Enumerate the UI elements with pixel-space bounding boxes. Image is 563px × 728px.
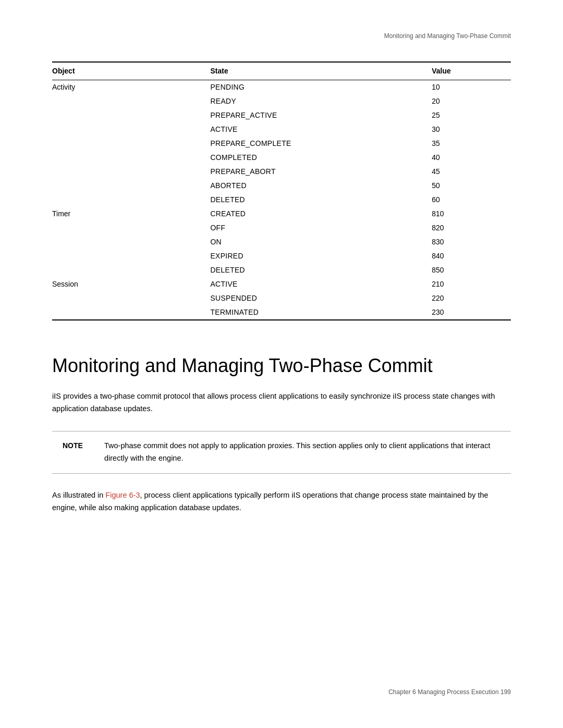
- cell-state: DELETED: [210, 193, 432, 207]
- table-row: ABORTED50: [52, 179, 511, 193]
- cell-state: ON: [210, 235, 432, 249]
- cell-value: 20: [432, 94, 511, 108]
- col-state: State: [210, 62, 432, 80]
- table-header-row: Object State Value: [52, 62, 511, 80]
- cell-state: TERMINATED: [210, 305, 432, 320]
- table-row: PREPARE_ACTIVE25: [52, 108, 511, 122]
- cell-object: [52, 263, 210, 277]
- cell-state: PREPARE_ACTIVE: [210, 108, 432, 122]
- table-row: SessionACTIVE210: [52, 277, 511, 291]
- cell-value: 850: [432, 263, 511, 277]
- page-header: Monitoring and Managing Two-Phase Commit: [52, 31, 511, 41]
- cell-state: READY: [210, 94, 432, 108]
- table-row: DELETED60: [52, 193, 511, 207]
- intro-text: iIS provides a two-phase commit protocol…: [52, 390, 511, 415]
- cell-value: 50: [432, 179, 511, 193]
- figure-link[interactable]: Figure 6-3: [105, 491, 140, 499]
- cell-value: 40: [432, 151, 511, 165]
- cell-value: 230: [432, 305, 511, 320]
- table-row: PREPARE_COMPLETE35: [52, 137, 511, 151]
- cell-object: [52, 94, 210, 108]
- cell-state: OFF: [210, 221, 432, 235]
- page-footer: Chapter 6 Managing Process Execution 199: [388, 687, 511, 697]
- header-title: Monitoring and Managing Two-Phase Commit: [384, 32, 511, 40]
- cell-object: [52, 249, 210, 263]
- table-row: ActivityPENDING10: [52, 80, 511, 95]
- cell-object: [52, 305, 210, 320]
- cell-value: 45: [432, 165, 511, 179]
- states-table-container: Object State Value ActivityPENDING10READ…: [52, 61, 511, 320]
- cell-object: [52, 108, 210, 122]
- cell-value: 25: [432, 108, 511, 122]
- table-row: SUSPENDED220: [52, 291, 511, 305]
- cell-object: [52, 235, 210, 249]
- cell-object: [52, 122, 210, 137]
- col-value: Value: [432, 62, 511, 80]
- note-content: Two-phase commit does not apply to appli…: [104, 440, 500, 465]
- cell-value: 210: [432, 277, 511, 291]
- cell-state: DELETED: [210, 263, 432, 277]
- cell-value: 820: [432, 221, 511, 235]
- cell-object: Activity: [52, 80, 210, 95]
- cell-state: PENDING: [210, 80, 432, 95]
- cell-object: [52, 221, 210, 235]
- cell-state: SUSPENDED: [210, 291, 432, 305]
- cell-state: CREATED: [210, 207, 432, 221]
- col-object: Object: [52, 62, 210, 80]
- table-row: DELETED850: [52, 263, 511, 277]
- table-row: PREPARE_ABORT45: [52, 165, 511, 179]
- section-heading: Monitoring and Managing Two-Phase Commit: [52, 352, 511, 380]
- cell-state: EXPIRED: [210, 249, 432, 263]
- page: Monitoring and Managing Two-Phase Commit…: [0, 0, 563, 728]
- note-label: NOTE: [63, 440, 94, 451]
- cell-object: Session: [52, 277, 210, 291]
- body-text: As illustrated in Figure 6-3, process cl…: [52, 489, 511, 514]
- footer-content: Chapter 6 Managing Process Execution 199: [388, 688, 511, 696]
- table-row: ON830: [52, 235, 511, 249]
- table-row: ACTIVE30: [52, 122, 511, 137]
- cell-state: ACTIVE: [210, 122, 432, 137]
- table-header: Object State Value: [52, 62, 511, 80]
- note-box: NOTE Two-phase commit does not apply to …: [52, 431, 511, 474]
- table-row: READY20: [52, 94, 511, 108]
- cell-value: 810: [432, 207, 511, 221]
- cell-value: 30: [432, 122, 511, 137]
- cell-object: Timer: [52, 207, 210, 221]
- cell-object: [52, 165, 210, 179]
- cell-state: PREPARE_ABORT: [210, 165, 432, 179]
- cell-value: 840: [432, 249, 511, 263]
- table-row: EXPIRED840: [52, 249, 511, 263]
- cell-state: ABORTED: [210, 179, 432, 193]
- table-row: TERMINATED230: [52, 305, 511, 320]
- cell-value: 60: [432, 193, 511, 207]
- cell-value: 220: [432, 291, 511, 305]
- cell-value: 830: [432, 235, 511, 249]
- table-row: TimerCREATED810: [52, 207, 511, 221]
- cell-object: [52, 291, 210, 305]
- cell-value: 35: [432, 137, 511, 151]
- states-table: Object State Value ActivityPENDING10READ…: [52, 61, 511, 320]
- cell-object: [52, 151, 210, 165]
- table-row: OFF820: [52, 221, 511, 235]
- cell-object: [52, 137, 210, 151]
- cell-state: ACTIVE: [210, 277, 432, 291]
- cell-object: [52, 193, 210, 207]
- cell-object: [52, 179, 210, 193]
- cell-state: PREPARE_COMPLETE: [210, 137, 432, 151]
- cell-state: COMPLETED: [210, 151, 432, 165]
- table-row: COMPLETED40: [52, 151, 511, 165]
- cell-value: 10: [432, 80, 511, 95]
- table-body: ActivityPENDING10READY20PREPARE_ACTIVE25…: [52, 80, 511, 320]
